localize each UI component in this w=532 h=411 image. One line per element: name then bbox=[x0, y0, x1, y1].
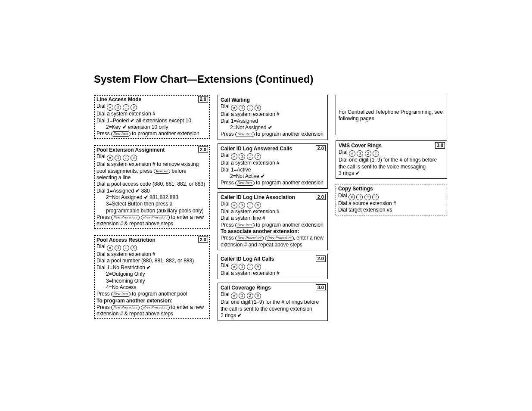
card-title: Pool Extension Assignment bbox=[96, 147, 207, 153]
digit-icon: 4 bbox=[131, 155, 137, 161]
digit-icon: 3 bbox=[115, 155, 121, 161]
digit-icon: 3 bbox=[239, 105, 245, 111]
hash-icon: # bbox=[231, 264, 237, 270]
digit-icon: 3 bbox=[115, 104, 121, 111]
card-title: Call Coverage Rings bbox=[221, 285, 325, 291]
card-cid-all-calls: 2.0 Caller ID Log All Calls Dial # 3 1 9… bbox=[218, 254, 328, 279]
check-icon: ✔ bbox=[237, 312, 242, 318]
card-title: VMS Cover Rings bbox=[339, 143, 444, 149]
page-title: System Flow Chart—Extensions (Continued) bbox=[94, 73, 447, 85]
card-cid-answered: 2.0 Caller ID Log Answered Calls Dial # … bbox=[218, 143, 328, 189]
version-badge: 2.0 bbox=[316, 255, 326, 262]
digit-icon: 3 bbox=[239, 202, 245, 209]
digit-icon: 1 bbox=[247, 105, 253, 111]
card-title: Call Waiting bbox=[221, 97, 325, 103]
version-badge: 2.0 bbox=[316, 145, 326, 152]
card-line-access-mode: 2.0 Line Access Mode Dial # 3 1 3 Dial a… bbox=[94, 95, 210, 139]
next-procedure-key: Next Procedure bbox=[111, 215, 140, 220]
card-title: Pool Access Restriction bbox=[96, 237, 207, 243]
next-item-key: Next Item bbox=[235, 181, 255, 186]
hash-icon: # bbox=[348, 194, 355, 200]
digit-icon: 2 bbox=[247, 293, 253, 299]
card-title: Caller ID Log Line Association bbox=[221, 194, 325, 201]
check-icon: ✔ bbox=[144, 194, 148, 200]
digit-icon: 3 bbox=[131, 104, 137, 111]
next-procedure-key: Next Procedure bbox=[235, 236, 264, 241]
digit-icon: 3 bbox=[115, 245, 121, 251]
next-procedure-key: Next Procedure bbox=[111, 305, 140, 310]
check-icon: ✔ bbox=[355, 170, 360, 176]
version-badge: 2.0 bbox=[198, 237, 208, 243]
digit-icon: 6 bbox=[255, 105, 261, 111]
digit-icon: 1 bbox=[123, 104, 129, 111]
digit-icon: 9 bbox=[372, 194, 379, 200]
card-title: Caller ID Log Answered Calls bbox=[221, 146, 325, 152]
digit-icon: 1 bbox=[247, 264, 253, 270]
digit-icon: 1 bbox=[247, 153, 253, 160]
digit-icon: 3 bbox=[356, 194, 363, 200]
digit-icon: 2 bbox=[365, 150, 371, 157]
card-call-coverage-rings: 3.0 Call Coverage Rings Dial # 3 2 0 Dia… bbox=[218, 283, 328, 321]
card-title: Copy Settings bbox=[338, 186, 445, 192]
hash-icon: # bbox=[107, 155, 113, 161]
version-badge: 2.0 bbox=[198, 146, 208, 153]
card-vms-cover-rings: 3.0 VMS Cover Rings Dial # 3 2 1 Dial on… bbox=[336, 140, 447, 179]
digit-icon: 1 bbox=[123, 155, 129, 161]
card-copy-settings: Copy Settings Dial # 3 9 9 Dial a source… bbox=[336, 184, 447, 215]
card-pool-ext-assign: 2.0 Pool Extension Assignment Dial # 3 1… bbox=[94, 145, 210, 229]
digit-icon: 9 bbox=[364, 194, 371, 200]
digit-icon: 1 bbox=[373, 150, 379, 157]
prev-procedure-key: Prev Procedure bbox=[141, 305, 169, 310]
card-cid-line-assoc: 2.0 Caller ID Log Line Association Dial … bbox=[218, 192, 328, 251]
check-icon: ✔ bbox=[268, 125, 272, 131]
hash-icon: # bbox=[349, 150, 355, 157]
check-icon: ✔ bbox=[135, 188, 140, 194]
next-item-key: Next Item bbox=[111, 292, 131, 297]
version-badge: 3.0 bbox=[316, 284, 326, 291]
digit-icon: 9 bbox=[255, 264, 261, 270]
digit-icon: 1 bbox=[123, 245, 129, 251]
card-centralized-note: For Centralized Telephone Programming, s… bbox=[336, 95, 447, 135]
prev-procedure-key: Prev Procedure bbox=[265, 236, 293, 241]
check-icon: ✔ bbox=[130, 118, 134, 124]
check-icon: ✔ bbox=[261, 173, 265, 179]
digit-icon: 3 bbox=[239, 264, 245, 270]
check-icon: ✔ bbox=[146, 265, 151, 271]
digit-icon: 0 bbox=[255, 293, 261, 299]
next-item-key: Next Item bbox=[111, 131, 131, 137]
digit-icon: 3 bbox=[357, 150, 363, 157]
remove-key: Remove bbox=[154, 169, 170, 174]
hash-icon: # bbox=[107, 245, 113, 251]
digit-icon: 8 bbox=[255, 202, 261, 209]
digit-icon: 3 bbox=[239, 153, 245, 160]
digit-icon: 7 bbox=[255, 153, 261, 160]
prev-procedure-key: Prev Procedure bbox=[141, 215, 169, 220]
digit-icon: 5 bbox=[131, 245, 137, 251]
next-item-key: Next Item bbox=[235, 223, 255, 228]
hash-icon: # bbox=[231, 105, 237, 111]
digit-icon: 3 bbox=[239, 293, 245, 299]
card-call-waiting: Call Waiting Dial # 3 1 6 Dial a system … bbox=[218, 95, 328, 140]
card-title: Caller ID Log All Calls bbox=[221, 256, 325, 262]
version-badge: 2.0 bbox=[316, 194, 326, 200]
version-badge: 3.0 bbox=[435, 142, 445, 149]
hash-icon: # bbox=[231, 202, 237, 209]
version-badge: 2.0 bbox=[198, 96, 208, 103]
card-title: Line Access Mode bbox=[96, 97, 207, 103]
check-icon: ✔ bbox=[122, 124, 127, 130]
digit-icon: 1 bbox=[247, 202, 253, 209]
next-item-key: Next Item bbox=[235, 132, 255, 137]
hash-icon: # bbox=[231, 153, 237, 160]
card-pool-access-restriction: 2.0 Pool Access Restriction Dial # 3 1 5… bbox=[94, 235, 210, 319]
hash-icon: # bbox=[107, 104, 113, 111]
hash-icon: # bbox=[231, 293, 237, 299]
